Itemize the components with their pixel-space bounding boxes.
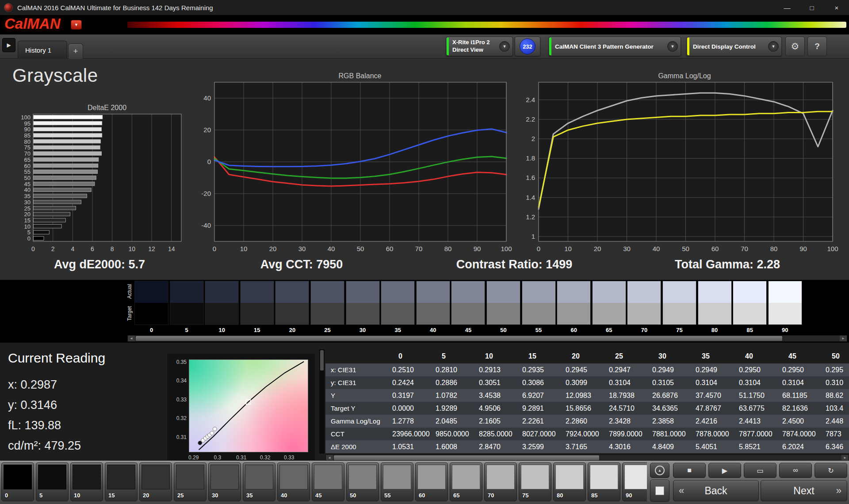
pattern-level-button-10[interactable]: 10 xyxy=(70,462,103,501)
pattern-level-button-5[interactable]: 5 xyxy=(36,462,69,501)
reset-button[interactable]: ↻ xyxy=(815,463,847,478)
add-tab-button[interactable]: + xyxy=(68,43,83,59)
pattern-window-button[interactable] xyxy=(650,480,669,502)
pattern-level-button-40[interactable]: 40 xyxy=(277,462,310,501)
next-button[interactable]: Next» xyxy=(761,480,847,501)
continuous-measure-button[interactable]: ∞ xyxy=(779,463,812,478)
pattern-level-button-65[interactable]: 65 xyxy=(450,462,482,501)
settings-gear-icon[interactable]: ⚙ xyxy=(785,37,805,56)
x-tick-label: 40 xyxy=(653,245,660,252)
reading-fl: fL: 139.88 xyxy=(8,419,61,432)
up-arrow-icon: ▲ xyxy=(655,466,665,475)
pattern-level-button-60[interactable]: 60 xyxy=(415,462,448,501)
pattern-level-button-85[interactable]: 85 xyxy=(588,462,620,501)
scrollbar-thumb[interactable] xyxy=(334,455,599,460)
x-tick-label: 10 xyxy=(564,245,572,252)
next-chevrons-icon: » xyxy=(836,485,841,496)
logo-dropdown-button[interactable]: ▼ xyxy=(71,20,82,30)
pattern-size-button[interactable]: ▭ xyxy=(744,463,776,478)
actual-patch xyxy=(346,281,379,303)
pattern-level-button-55[interactable]: 55 xyxy=(381,462,413,501)
deltae-bar xyxy=(34,230,50,234)
table-vertical-scrollbar[interactable] xyxy=(319,349,325,454)
grayscale-swatch-0: 0 xyxy=(134,281,168,325)
table-cell: 8027.0000 xyxy=(522,430,566,438)
x-tick-label: 10 xyxy=(240,245,248,252)
pattern-level-button-20[interactable]: 20 xyxy=(139,462,172,501)
x-tick-label: 4 xyxy=(71,245,74,252)
y-tick-label: 20 xyxy=(203,126,211,134)
scroll-left-icon[interactable]: ◄ xyxy=(326,455,333,460)
table-column-header: 30 xyxy=(652,352,696,360)
pattern-level-button-70[interactable]: 70 xyxy=(484,462,517,501)
scrollbar-thumb[interactable] xyxy=(320,350,324,370)
table-scrollbar[interactable]: ◄ ► xyxy=(325,454,849,461)
x-tick-label: 10 xyxy=(129,245,136,252)
table-column-header: 15 xyxy=(522,352,566,360)
scroll-left-icon[interactable]: ◄ xyxy=(128,336,135,341)
pattern-level-button-15[interactable]: 15 xyxy=(105,462,138,501)
deltae-bar xyxy=(34,121,102,125)
y-tick-label: 0 xyxy=(27,235,31,242)
cie-x-tick-label: 0.29 xyxy=(185,454,202,461)
pattern-level-button-50[interactable]: 50 xyxy=(346,462,379,501)
expand-panel-button[interactable]: ▶ xyxy=(2,38,15,52)
meter-dropdown[interactable]: X-Rite i1Pro 2 Direct View ▼ xyxy=(446,37,513,56)
x-tick-label: 60 xyxy=(386,245,394,252)
y-tick-label: 0 xyxy=(207,158,211,165)
swatch-label: 45 xyxy=(451,327,485,333)
stop-button[interactable]: ■ xyxy=(673,463,706,478)
cie-x-tick-label: 0.33 xyxy=(281,454,298,461)
meter-status-button[interactable]: 232 xyxy=(515,37,540,56)
actual-patch xyxy=(769,281,802,303)
cie-overlay xyxy=(189,360,309,453)
target-patch xyxy=(522,303,555,325)
pattern-strip-up-button[interactable]: ▲ xyxy=(650,463,669,478)
deltae-bar xyxy=(34,152,102,156)
pattern-level-button-30[interactable]: 30 xyxy=(208,462,241,501)
x-tick-label: 0 xyxy=(537,245,540,252)
table-cell: 0.3104 xyxy=(739,379,782,387)
pattern-level-button-25[interactable]: 25 xyxy=(174,462,207,501)
pattern-level-button-45[interactable]: 45 xyxy=(312,462,344,501)
grayscale-swatch-45: 45 xyxy=(451,281,485,325)
help-button[interactable]: ? xyxy=(807,37,827,56)
x-tick-label: 70 xyxy=(741,245,748,252)
pattern-level-button-35[interactable]: 35 xyxy=(243,462,275,501)
pattern-level-button-0[interactable]: 0 xyxy=(1,462,34,501)
pattern-level-button-80[interactable]: 80 xyxy=(553,462,586,501)
swatch-strip-scrollbar[interactable]: ◄ ► xyxy=(127,335,847,342)
cie-y-tick-label: 0.31 xyxy=(167,434,187,440)
pattern-level-label: 30 xyxy=(212,492,218,499)
maximize-icon[interactable]: □ xyxy=(799,0,824,15)
tab-history-1[interactable]: History 1 xyxy=(18,41,67,59)
deltae-bar xyxy=(34,176,96,180)
stat-contrast-ratio: Contrast Ratio: 1499 xyxy=(456,258,573,271)
grayscale-swatch-75: 75 xyxy=(662,281,696,325)
minimize-icon[interactable]: — xyxy=(775,0,799,15)
pattern-level-label: 45 xyxy=(315,492,321,499)
deltae-chart: 0246810121410095908580757065605550454035… xyxy=(13,109,186,255)
back-button[interactable]: «Back xyxy=(673,480,759,501)
scroll-right-icon[interactable]: ► xyxy=(840,336,847,341)
pattern-level-button-75[interactable]: 75 xyxy=(519,462,551,501)
target-patch xyxy=(663,303,696,325)
target-patch xyxy=(205,303,238,325)
y-tick-label: 2.4 xyxy=(526,96,535,103)
play-button[interactable]: ▶ xyxy=(708,463,741,478)
swatch-label: 30 xyxy=(346,327,379,333)
scroll-right-icon[interactable]: ► xyxy=(841,455,849,460)
swatch-label: 60 xyxy=(557,327,590,333)
swatch-label: 15 xyxy=(241,327,274,333)
y-tick-label: 2 xyxy=(532,135,535,142)
chevron-down-icon: ▼ xyxy=(499,41,510,52)
display-control-dropdown[interactable]: Direct Display Control ▼ xyxy=(686,37,782,56)
pattern-generator-dropdown[interactable]: CalMAN Client 3 Pattern Generator ▼ xyxy=(548,37,681,56)
page-title: Grayscale xyxy=(12,65,98,86)
table-row-0: x: CIE310.25100.28100.29130.29350.29450.… xyxy=(325,363,849,376)
actual-patch xyxy=(557,281,590,303)
close-icon[interactable]: × xyxy=(824,0,849,15)
grayscale-swatch-40: 40 xyxy=(416,281,450,325)
x-tick-label: 0 xyxy=(213,245,216,252)
scrollbar-thumb[interactable] xyxy=(136,336,782,341)
